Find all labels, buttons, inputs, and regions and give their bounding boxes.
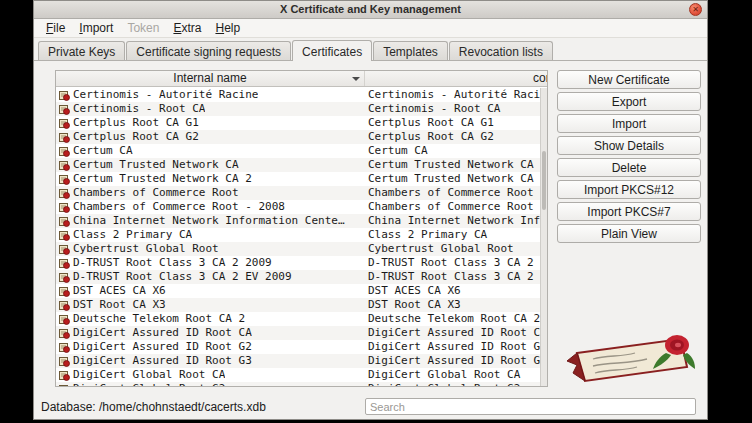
cell-commonname: DST Root CA X3 [365, 298, 540, 312]
menu-help[interactable]: Help [208, 20, 247, 36]
plain-view-button[interactable]: Plain View [557, 224, 701, 243]
import-button[interactable]: Import [557, 114, 701, 133]
show-details-button[interactable]: Show Details [557, 136, 701, 155]
certificate-icon [59, 328, 70, 339]
internal-name-text: DigiCert Global Root G2 [73, 382, 225, 386]
certificate-icon [59, 384, 70, 387]
certificate-icon [59, 174, 70, 185]
menu-extra[interactable]: Extra [166, 20, 208, 36]
cell-commonname: Certinomis - Autorité Racine [365, 88, 540, 102]
table-row[interactable]: Certplus Root CA G1Certplus Root CA G1 [56, 116, 540, 130]
internal-name-text: Deutsche Telekom Root CA 2 [73, 312, 245, 326]
tab-private-keys[interactable]: Private Keys [38, 41, 125, 60]
table-row[interactable]: D-TRUST Root Class 3 CA 2 EV 2009D-TRUST… [56, 270, 540, 284]
cell-commonname: DigiCert Global Root CA [365, 368, 540, 382]
close-button[interactable]: ✕ [689, 3, 702, 16]
cell-internal-name: Certum CA [56, 144, 365, 158]
cell-internal-name: Certplus Root CA G2 [56, 130, 365, 144]
internal-name-text: China Internet Network Information Cente… [73, 214, 345, 228]
cell-internal-name: DigiCert Assured ID Root G3 [56, 354, 365, 368]
action-buttons: New CertificateExportImportShow DetailsD… [557, 70, 701, 243]
cell-commonname: Cybertrust Global Root [365, 242, 540, 256]
cell-internal-name: DST Root CA X3 [56, 298, 365, 312]
database-path: Database: /home/chohnstaedt/cacerts.xdb [41, 400, 266, 414]
table-row[interactable]: Certum Trusted Network CACertum Trusted … [56, 158, 540, 172]
menu-import[interactable]: Import [72, 20, 120, 36]
cell-commonname: Deutsche Telekom Root CA 2 [365, 312, 540, 326]
column-label-internal-name: Internal name [173, 71, 246, 85]
table-row[interactable]: Certum Trusted Network CA 2Certum Truste… [56, 172, 540, 186]
cell-commonname: China Internet Network Information Cente… [365, 214, 540, 228]
table-row[interactable]: Chambers of Commerce Root - 2008Chambers… [56, 200, 540, 214]
internal-name-text: DigiCert Assured ID Root G3 [73, 354, 252, 368]
cert-table: Internal name commonName Certinomis - Au… [55, 70, 548, 387]
certificate-icon [59, 90, 70, 101]
tab-templates[interactable]: Templates [373, 41, 448, 60]
tab-certificate-signing-requests[interactable]: Certificate signing requests [126, 41, 291, 60]
internal-name-text: DigiCert Assured ID Root G2 [73, 340, 252, 354]
export-button[interactable]: Export [557, 92, 701, 111]
cell-internal-name: DigiCert Global Root CA [56, 368, 365, 382]
cell-commonname: Certinomis - Root CA [365, 102, 540, 116]
cell-internal-name: D-TRUST Root Class 3 CA 2 2009 [56, 256, 365, 270]
table-row[interactable]: China Internet Network Information Cente… [56, 214, 540, 228]
sort-indicator-icon [352, 77, 360, 81]
window-title: X Certificate and Key management [34, 1, 707, 18]
table-row[interactable]: Chambers of Commerce RootChambers of Com… [56, 186, 540, 200]
delete-button[interactable]: Delete [557, 158, 701, 177]
column-header-internal-name[interactable]: Internal name [56, 71, 365, 86]
table-row[interactable]: DST Root CA X3DST Root CA X3 [56, 298, 540, 312]
table-row[interactable]: Certplus Root CA G2Certplus Root CA G2 [56, 130, 540, 144]
table-row[interactable]: DigiCert Assured ID Root G3DigiCert Assu… [56, 354, 540, 368]
cell-internal-name: DigiCert Global Root G2 [56, 382, 365, 386]
internal-name-text: Certinomis - Autorité Racine [73, 88, 258, 102]
table-row[interactable]: Certinomis - Root CACertinomis - Root CA [56, 102, 540, 116]
titlebar: X Certificate and Key management ✕ [34, 1, 707, 19]
tab-certificates[interactable]: Certificates [292, 40, 372, 61]
table-row[interactable]: Deutsche Telekom Root CA 2Deutsche Telek… [56, 312, 540, 326]
cell-internal-name: Cybertrust Global Root [56, 242, 365, 256]
menu-token: Token [120, 20, 166, 36]
internal-name-text: Certum Trusted Network CA 2 [73, 172, 252, 186]
column-header-commonname[interactable]: commonName [365, 71, 547, 86]
internal-name-text: Certplus Root CA G1 [73, 116, 199, 130]
cell-internal-name: Deutsche Telekom Root CA 2 [56, 312, 365, 326]
import-pkcs7-button[interactable]: Import PKCS#7 [557, 202, 701, 221]
cell-commonname: Certum CA [365, 144, 540, 158]
internal-name-text: Cybertrust Global Root [73, 242, 219, 256]
table-row[interactable]: Cybertrust Global RootCybertrust Global … [56, 242, 540, 256]
table-row[interactable]: DST ACES CA X6DST ACES CA X6 [56, 284, 540, 298]
scrollbar-thumb[interactable] [542, 151, 546, 211]
internal-name-text: D-TRUST Root Class 3 CA 2 2009 [73, 256, 272, 270]
tab-revocation-lists[interactable]: Revocation lists [449, 41, 553, 60]
app-window: X Certificate and Key management ✕ FileI… [33, 0, 708, 420]
cell-internal-name: Certplus Root CA G1 [56, 116, 365, 130]
cell-commonname: DigiCert Assured ID Root CA [365, 326, 540, 340]
internal-name-text: DST ACES CA X6 [73, 284, 166, 298]
cell-commonname: Chambers of Commerce Root [365, 186, 540, 200]
cell-commonname: Class 2 Primary CA [365, 228, 540, 242]
internal-name-text: Chambers of Commerce Root [73, 186, 239, 200]
cell-commonname: Chambers of Commerce Root - 2008 [365, 200, 540, 214]
certificate-icon [59, 258, 70, 269]
table-row[interactable]: DigiCert Global Root CADigiCert Global R… [56, 368, 540, 382]
cell-internal-name: Certinomis - Root CA [56, 102, 365, 116]
table-row[interactable]: Certinomis - Autorité RacineCertinomis -… [56, 88, 540, 102]
search-input[interactable] [365, 398, 696, 415]
vertical-scrollbar[interactable] [540, 88, 547, 386]
table-row[interactable]: DigiCert Assured ID Root CADigiCert Assu… [56, 326, 540, 340]
menu-file[interactable]: File [39, 20, 72, 36]
certificate-icon [59, 188, 70, 199]
new-certificate-button[interactable]: New Certificate [557, 70, 701, 89]
import-pkcs12-button[interactable]: Import PKCS#12 [557, 180, 701, 199]
internal-name-text: Class 2 Primary CA [73, 228, 192, 242]
table-row[interactable]: D-TRUST Root Class 3 CA 2 2009D-TRUST Ro… [56, 256, 540, 270]
table-row[interactable]: Certum CACertum CA [56, 144, 540, 158]
table-row[interactable]: DigiCert Global Root G2DigiCert Global R… [56, 382, 540, 386]
table-row[interactable]: DigiCert Assured ID Root G2DigiCert Assu… [56, 340, 540, 354]
table-header: Internal name commonName [56, 71, 547, 87]
certificate-icon [59, 216, 70, 227]
close-icon: ✕ [690, 4, 701, 15]
table-row[interactable]: Class 2 Primary CAClass 2 Primary CA [56, 228, 540, 242]
statusbar: Database: /home/chohnstaedt/cacerts.xdb [34, 395, 707, 419]
